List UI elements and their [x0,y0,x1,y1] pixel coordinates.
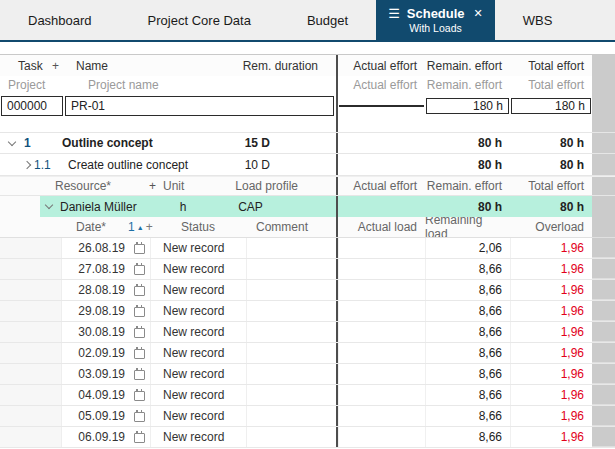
project-actual-effort-cell[interactable] [339,105,424,107]
add-resource-button[interactable]: + [149,179,163,193]
remaining-load-cell[interactable]: 8,66 [425,385,510,405]
remaining-load-cell[interactable]: 8,66 [425,343,510,363]
load-row[interactable]: 05.09.19 New record 8,66 1,96 [0,406,615,427]
load-row[interactable]: 03.09.19 New record 8,66 1,96 [0,364,615,385]
date-cell[interactable]: 29.08.19 [62,304,128,318]
date-cell[interactable]: 26.08.19 [62,241,128,255]
date-cell[interactable]: 05.09.19 [62,409,128,423]
expand-task-icon[interactable] [0,162,34,168]
status-cell[interactable]: New record [150,238,246,258]
comment-cell[interactable] [246,364,336,384]
tab-wbs[interactable]: WBS [495,0,581,40]
load-row[interactable]: 30.08.19 New record 8,66 1,96 [0,322,615,343]
resource-unit[interactable]: h [163,200,203,214]
date-cell[interactable]: 28.08.19 [62,283,128,297]
actual-load-cell[interactable] [338,427,425,447]
task-row-1-1[interactable]: 1.1 Create outline concept 10 D 80 h 80 … [0,154,615,176]
load-row[interactable]: 06.09.19 New record 8,66 1,96 [0,427,615,448]
comment-cell[interactable] [246,322,336,342]
calendar-icon[interactable] [128,385,150,405]
actual-load-cell[interactable] [338,301,425,321]
remaining-load-cell[interactable]: 8,66 [425,427,510,447]
remaining-load-cell[interactable]: 2,06 [425,238,510,258]
calendar-icon[interactable] [128,364,150,384]
sort-asc-icon[interactable]: ▲ [137,224,144,231]
status-cell[interactable]: New record [150,385,246,405]
status-cell[interactable]: New record [150,280,246,300]
actual-load-cell[interactable] [338,343,425,363]
status-cell[interactable]: New record [150,259,246,279]
task-name[interactable]: Create outline concept [60,158,226,172]
comment-cell[interactable] [246,280,336,300]
actual-load-cell[interactable] [338,406,425,426]
calendar-icon[interactable] [128,406,150,426]
date-cell[interactable]: 04.09.19 [62,388,128,402]
collapse-task-icon[interactable] [0,142,24,145]
load-row[interactable]: 04.09.19 New record 8,66 1,96 [0,385,615,406]
calendar-icon[interactable] [128,427,150,447]
project-id-cell[interactable]: 000000 [1,96,63,116]
menu-icon[interactable]: ☰ [388,6,400,21]
calendar-icon[interactable] [128,322,150,342]
project-remain-effort-cell[interactable]: 180 h [426,98,509,114]
date-cell[interactable]: 02.09.19 [62,346,128,360]
task-row-1[interactable]: 1 Outline concept 15 D 80 h 80 h [0,132,615,154]
date-cell[interactable]: 30.08.19 [62,325,128,339]
remaining-load-cell[interactable]: 8,66 [425,406,510,426]
load-row[interactable]: 26.08.19 New record 2,06 1,96 [0,238,615,259]
remaining-load-cell[interactable]: 8,66 [425,364,510,384]
comment-cell[interactable] [246,238,336,258]
actual-load-cell[interactable] [338,238,425,258]
resource-name[interactable]: Daniela Müller [52,200,163,214]
status-cell[interactable]: New record [150,427,246,447]
date-cell[interactable]: 27.08.19 [62,262,128,276]
calendar-icon[interactable] [128,259,150,279]
task-number[interactable]: 1.1 [34,158,60,172]
date-cell[interactable]: 03.09.19 [62,367,128,381]
status-cell[interactable]: New record [150,406,246,426]
task-rem-duration[interactable]: 10 D [226,158,336,172]
sort-control[interactable]: 1 ▲ + [128,220,150,234]
comment-cell[interactable] [246,343,336,363]
calendar-icon[interactable] [128,238,150,258]
tab-schedule[interactable]: ☰ Schedule ✕ With Loads [376,0,495,40]
remaining-load-cell[interactable]: 8,66 [425,322,510,342]
resource-row[interactable]: Daniela Müller h CAP 80 h 80 h [0,196,615,217]
project-total-effort-cell[interactable]: 180 h [511,98,591,114]
add-task-button[interactable]: + [52,59,68,73]
calendar-icon[interactable] [128,301,150,321]
remaining-load-cell[interactable]: 8,66 [425,259,510,279]
status-cell[interactable]: New record [150,322,246,342]
remaining-load-cell[interactable]: 8,66 [425,301,510,321]
task-rem-duration[interactable]: 15 D [226,136,336,150]
actual-load-cell[interactable] [338,385,425,405]
tab-project-core-data[interactable]: Project Core Data [120,0,279,40]
actual-load-cell[interactable] [338,280,425,300]
close-tab-icon[interactable]: ✕ [474,7,483,20]
comment-cell[interactable] [246,406,336,426]
tab-dashboard[interactable]: Dashboard [0,0,120,40]
comment-cell[interactable] [246,427,336,447]
remaining-load-cell[interactable]: 8,66 [425,280,510,300]
project-name-cell[interactable]: PR-01 [65,96,334,116]
calendar-icon[interactable] [128,343,150,363]
date-cell[interactable]: 06.09.19 [62,430,128,444]
status-cell[interactable]: New record [150,364,246,384]
actual-load-cell[interactable] [338,322,425,342]
status-cell[interactable]: New record [150,343,246,363]
actual-load-cell[interactable] [338,259,425,279]
task-number[interactable]: 1 [24,136,54,150]
comment-cell[interactable] [246,301,336,321]
load-row[interactable]: 29.08.19 New record 8,66 1,96 [0,301,615,322]
comment-cell[interactable] [246,385,336,405]
comment-cell[interactable] [246,259,336,279]
load-row[interactable]: 27.08.19 New record 8,66 1,96 [0,259,615,280]
load-row[interactable]: 28.08.19 New record 8,66 1,96 [0,280,615,301]
calendar-icon[interactable] [128,280,150,300]
resource-load-profile[interactable]: CAP [203,200,298,214]
status-cell[interactable]: New record [150,301,246,321]
actual-load-cell[interactable] [338,364,425,384]
tab-budget[interactable]: Budget [279,0,376,40]
task-name[interactable]: Outline concept [54,136,226,150]
load-row[interactable]: 02.09.19 New record 8,66 1,96 [0,343,615,364]
